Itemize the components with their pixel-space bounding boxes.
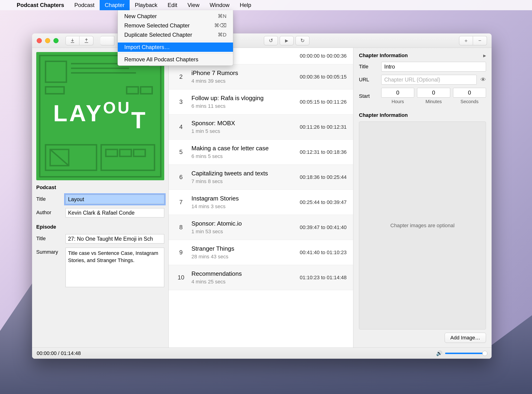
chapter-timerange: 00:00:36 to 00:05:15 xyxy=(300,74,347,80)
chapter-timerange: 00:11:26 to 00:12:31 xyxy=(300,124,347,130)
chapter-number: 8 xyxy=(175,224,187,231)
volume-control: 🔊 xyxy=(436,350,487,356)
episode-title-input[interactable] xyxy=(66,234,164,244)
chapter-duration: 1 min 53 secs xyxy=(191,228,300,235)
seconds-input[interactable] xyxy=(453,88,486,98)
minutes-input[interactable] xyxy=(417,88,450,98)
chapter-duration: 6 mins 5 secs xyxy=(191,153,300,159)
chapter-row[interactable]: 9 Stranger Things 28 mins 43 secs 00:41:… xyxy=(169,240,353,265)
left-pane: LAYOUT Cha Podcast Title Author Episode … xyxy=(32,48,169,347)
chapter-info: Instagram Stories 14 mins 3 secs xyxy=(187,195,300,210)
forward-button[interactable]: ↻ xyxy=(295,36,310,45)
export-button[interactable] xyxy=(79,36,93,45)
menubar-app-name[interactable]: Podcast Chapters xyxy=(12,0,69,10)
menu-remove-selected-chapter[interactable]: Remove Selected Chapter ⌘⌫ xyxy=(118,21,233,30)
volume-icon[interactable]: 🔊 xyxy=(436,350,442,356)
chapter-title-text: Recommendations xyxy=(191,270,300,277)
chapter-info: Recommendations 4 mins 25 secs xyxy=(187,270,300,285)
chapters-toggle-button[interactable] xyxy=(100,36,114,45)
episode-section-label: Episode xyxy=(36,224,164,230)
chapter-row[interactable]: 2 iPhone 7 Rumors 4 mins 39 secs 00:00:3… xyxy=(169,64,353,89)
content: LAYOUT Cha Podcast Title Author Episode … xyxy=(32,48,491,347)
svg-rect-6 xyxy=(140,87,152,94)
chapter-row[interactable]: 8 Sponsor: Atomic.io 1 min 53 secs 00:39… xyxy=(169,215,353,240)
hours-label: Hours xyxy=(392,99,404,104)
menubar-playback[interactable]: Playback xyxy=(130,0,162,10)
menubar-view[interactable]: View xyxy=(182,0,205,10)
chapter-image-dropzone[interactable]: Chapter images are optional xyxy=(359,121,486,329)
menu-label: Remove All Podcast Chapters xyxy=(124,56,198,63)
episode-summary-input[interactable] xyxy=(66,248,164,287)
menu-separator xyxy=(118,41,233,41)
minimize-button[interactable] xyxy=(45,38,50,43)
menubar-edit[interactable]: Edit xyxy=(163,0,182,10)
chapter-row[interactable]: 6 Capitalizing tweets and texts 7 mins 8… xyxy=(169,165,353,190)
menubar: Podcast Chapters Podcast Chapter Playbac… xyxy=(0,0,532,10)
chapter-url-label: URL xyxy=(359,77,377,83)
chapter-number: 3 xyxy=(175,98,187,105)
dropzone-text: Chapter images are optional xyxy=(390,223,455,228)
chapter-number: 4 xyxy=(175,123,187,130)
svg-rect-7 xyxy=(46,145,97,170)
maximize-button[interactable] xyxy=(53,38,59,43)
add-image-button[interactable]: Add Image… xyxy=(445,333,486,343)
chapter-title-text: Making a case for letter case xyxy=(191,145,300,152)
chapter-row[interactable]: 7 Instagram Stories 14 mins 3 secs 00:25… xyxy=(169,190,353,215)
volume-slider[interactable] xyxy=(445,353,487,354)
playback-time: 00:00:00 / 01:14:48 xyxy=(37,350,81,356)
chapter-number: 9 xyxy=(175,249,187,256)
svg-rect-8 xyxy=(101,145,155,170)
chapter-row[interactable]: 5 Making a case for letter case 6 mins 5… xyxy=(169,140,353,165)
podcast-author-label: Author xyxy=(36,208,62,216)
menu-separator xyxy=(118,53,233,53)
play-button[interactable]: ▶ xyxy=(280,36,294,45)
menu-label: New Chapter xyxy=(124,13,157,20)
svg-rect-13 xyxy=(134,149,145,156)
chapter-duration: 28 mins 43 secs xyxy=(191,254,300,260)
eye-icon[interactable]: 👁 xyxy=(480,76,486,83)
menubar-podcast[interactable]: Podcast xyxy=(69,0,100,10)
svg-line-10 xyxy=(50,149,69,166)
chapter-timerange: 00:12:31 to 00:18:36 xyxy=(300,149,347,155)
chapter-number: 5 xyxy=(175,148,187,156)
minutes-label: Minutes xyxy=(425,99,442,104)
volume-thumb[interactable] xyxy=(482,351,487,356)
chapter-info: Sponsor: Atomic.io 1 min 53 secs xyxy=(187,220,300,235)
remove-button[interactable]: − xyxy=(473,36,487,45)
chapter-title-text: Sponsor: MOBX xyxy=(191,120,300,127)
close-button[interactable] xyxy=(37,38,42,43)
chapter-duration: 4 mins 39 secs xyxy=(191,78,300,84)
chapter-info: Follow up: Rafa is vlogging 6 mins 11 se… xyxy=(187,94,300,109)
chapter-start-label: Start xyxy=(359,93,377,99)
chapter-url-input[interactable] xyxy=(381,75,477,85)
chapter-row[interactable]: 3 Follow up: Rafa is vlogging 6 mins 11 … xyxy=(169,89,353,114)
podcast-author-input[interactable] xyxy=(66,208,164,218)
menu-label: Remove Selected Chapter xyxy=(124,22,190,29)
chapter-title-input[interactable] xyxy=(381,62,486,72)
podcast-artwork: LAYOUT Cha xyxy=(36,52,164,180)
chapter-info: Stranger Things 28 mins 43 secs xyxy=(187,245,300,260)
import-button[interactable] xyxy=(66,36,79,45)
menu-duplicate-selected-chapter[interactable]: Duplicate Selected Chapter ⌘D xyxy=(118,30,233,40)
menu-new-chapter[interactable]: New Chapter ⌘N xyxy=(118,12,233,21)
menubar-window[interactable]: Window xyxy=(205,0,235,10)
menu-remove-all-podcast-chapters[interactable]: Remove All Podcast Chapters xyxy=(118,55,233,64)
disclosure-triangle-icon[interactable]: ▶ xyxy=(483,53,486,58)
chapter-row[interactable]: 10 Recommendations 4 mins 25 secs 01:10:… xyxy=(169,265,353,290)
hours-input[interactable] xyxy=(381,88,414,98)
chapter-number: 6 xyxy=(175,174,187,181)
rewind-button[interactable]: ↺ xyxy=(264,36,278,45)
menubar-chapter[interactable]: Chapter xyxy=(100,0,130,10)
chapter-title-label: Title xyxy=(359,64,377,70)
chapter-title-text: Stranger Things xyxy=(191,245,300,252)
add-button[interactable]: ＋ xyxy=(459,36,473,45)
svg-rect-4 xyxy=(46,87,64,94)
svg-rect-0 xyxy=(46,61,67,82)
menubar-help[interactable]: Help xyxy=(235,0,256,10)
menu-import-chapters[interactable]: Import Chapters… xyxy=(118,42,233,52)
podcast-title-input[interactable] xyxy=(66,195,164,204)
chapter-duration: 6 mins 11 secs xyxy=(191,103,300,109)
chapter-row[interactable]: 4 Sponsor: MOBX 1 min 5 secs 00:11:26 to… xyxy=(169,114,353,140)
menu-label: Import Chapters… xyxy=(124,44,170,50)
chapter-number: 10 xyxy=(175,274,187,281)
